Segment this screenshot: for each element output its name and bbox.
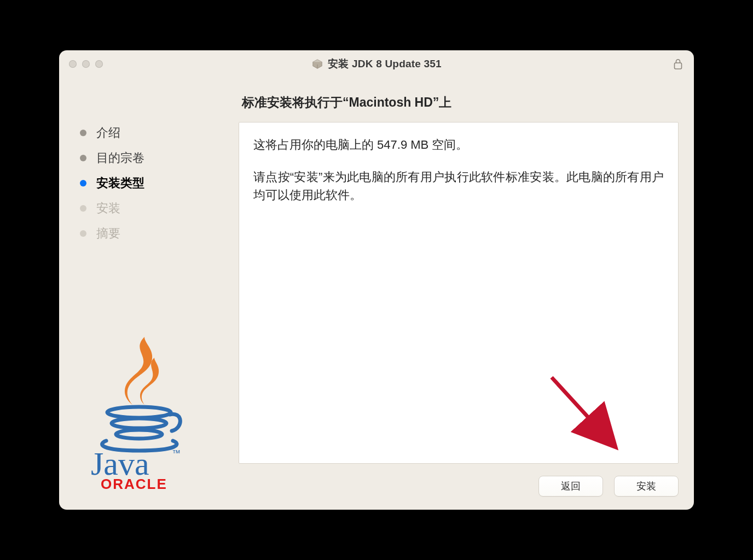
lock-icon [673,58,683,70]
zoom-window-button[interactable] [95,60,103,68]
step-0: 介绍 [80,125,239,141]
step-3: 安装 [80,200,239,217]
step-bullet-icon [80,230,86,237]
step-1: 目的宗卷 [80,150,239,166]
step-4: 摘要 [80,225,239,242]
close-window-button[interactable] [69,60,77,68]
step-bullet-icon [80,155,86,161]
step-bullet-icon [80,130,86,136]
svg-point-3 [116,430,162,439]
step-label: 安装类型 [96,175,144,191]
main-content: 标准安装将执行于“Macintosh HD”上 这将占用你的电脑上的 547.9… [239,88,679,497]
step-bullet-icon [80,180,86,186]
svg-text:ORACLE: ORACLE [101,476,167,491]
install-button[interactable]: 安装 [614,476,679,497]
step-label: 目的宗卷 [96,150,144,166]
window-controls [69,60,103,68]
installer-window: 安装 JDK 8 Update 351 介绍目的宗卷安装类型安装摘要 [59,50,694,510]
step-label: 安装 [96,200,120,217]
sidebar: 介绍目的宗卷安装类型安装摘要 Java ™ ORACLE [74,88,239,497]
svg-point-2 [112,418,166,428]
window-title: 安装 JDK 8 Update 351 [328,57,442,71]
install-instruction-text: 请点按“安装”来为此电脑的所有用户执行此软件标准安装。此电脑的所有用户均可以使用… [253,168,664,204]
step-list: 介绍目的宗卷安装类型安装摘要 [74,125,239,242]
step-label: 介绍 [96,125,120,141]
description-panel: 这将占用你的电脑上的 547.9 MB 空间。 请点按“安装”来为此电脑的所有用… [239,122,679,464]
step-label: 摘要 [96,225,120,242]
space-required-text: 这将占用你的电脑上的 547.9 MB 空间。 [253,136,664,154]
minimize-window-button[interactable] [82,60,90,68]
install-heading: 标准安装将执行于“Macintosh HD”上 [239,88,679,122]
svg-point-1 [107,407,171,418]
button-row: 返回 安装 [239,464,679,497]
back-button[interactable]: 返回 [538,476,603,497]
step-2: 安装类型 [80,175,239,191]
package-icon [311,58,323,70]
svg-rect-0 [675,63,682,69]
step-bullet-icon [80,205,86,212]
titlebar: 安装 JDK 8 Update 351 [59,50,694,78]
svg-text:™: ™ [172,448,181,458]
java-oracle-logo: Java ™ ORACLE [84,332,199,493]
